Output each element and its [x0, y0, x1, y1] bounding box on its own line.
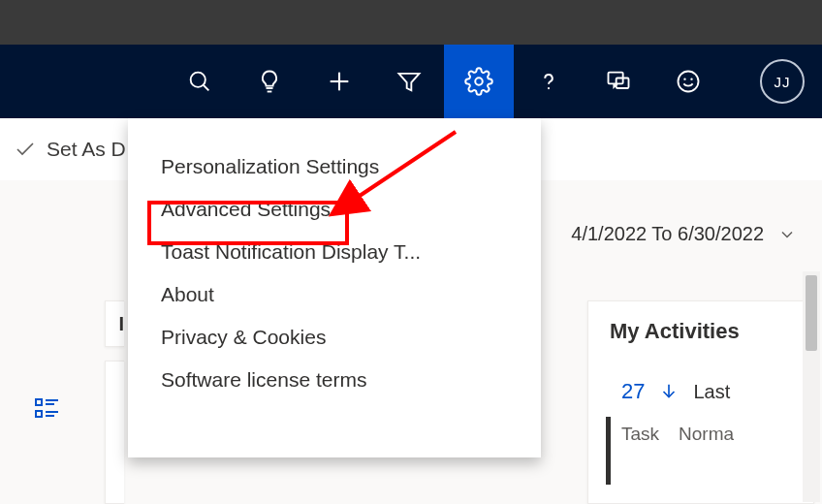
user-avatar[interactable]: JJ	[760, 59, 805, 104]
svg-point-9	[679, 72, 699, 92]
smile-icon[interactable]	[653, 45, 723, 118]
settings-dropdown: Personalization Settings Advanced Settin…	[128, 118, 541, 457]
top-nav-bar: JJ	[0, 45, 822, 118]
left-card-header: I	[105, 300, 124, 347]
activities-count: 27	[621, 379, 645, 404]
browser-tab-strip	[0, 0, 822, 45]
menu-item-personalization-settings[interactable]: Personalization Settings	[128, 145, 541, 188]
avatar-initials: JJ	[775, 74, 791, 90]
svg-rect-14	[36, 399, 42, 405]
scrollbar-track[interactable]	[803, 271, 820, 502]
lightbulb-icon[interactable]	[235, 45, 304, 118]
chevron-down-icon	[777, 225, 797, 244]
view-toggle-icon[interactable]	[35, 397, 62, 419]
svg-line-1	[204, 85, 209, 91]
my-activities-title: My Activities	[610, 319, 792, 344]
svg-point-11	[690, 79, 692, 80]
plus-icon[interactable]	[304, 45, 374, 118]
menu-item-toast-notification[interactable]: Toast Notification Display T...	[128, 231, 541, 273]
date-range-text: 4/1/2022 To 6/30/2022	[571, 223, 764, 245]
menu-item-software-license[interactable]: Software license terms	[128, 359, 541, 401]
svg-point-5	[475, 78, 483, 85]
left-card-body	[105, 361, 124, 504]
svg-rect-17	[36, 411, 42, 417]
menu-item-advanced-settings[interactable]: Advanced Settings	[128, 188, 541, 231]
svg-point-10	[683, 79, 685, 80]
checkmark-icon	[14, 138, 37, 161]
activities-col-task: Task	[621, 424, 659, 445]
svg-point-0	[191, 73, 206, 87]
svg-point-6	[548, 87, 550, 89]
menu-item-privacy-cookies[interactable]: Privacy & Cookies	[128, 316, 541, 359]
chat-icon[interactable]	[584, 45, 653, 118]
activities-col-normal: Norma	[679, 424, 734, 445]
scrollbar-thumb[interactable]	[806, 275, 817, 351]
search-icon[interactable]	[165, 45, 235, 118]
activities-last-label: Last	[693, 381, 730, 403]
arrow-down-icon	[658, 381, 680, 402]
activities-bar-indicator	[606, 417, 611, 485]
settings-gear-icon[interactable]	[444, 45, 514, 118]
set-as-default-button[interactable]: Set As D	[47, 138, 126, 161]
date-range-selector[interactable]: 4/1/2022 To 6/30/2022	[571, 223, 797, 245]
help-icon[interactable]	[514, 45, 584, 118]
svg-marker-4	[399, 74, 420, 91]
menu-item-about[interactable]: About	[128, 273, 541, 316]
filter-icon[interactable]	[374, 45, 444, 118]
my-activities-card: My Activities 27 Last Task Norma	[587, 300, 814, 504]
